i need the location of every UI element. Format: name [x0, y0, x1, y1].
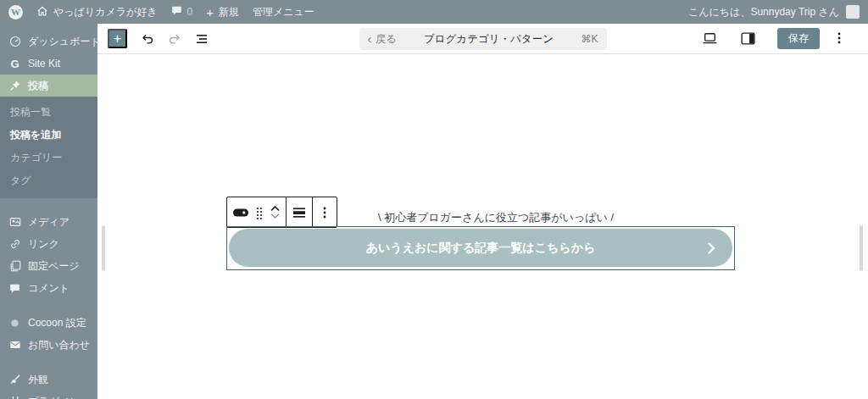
- selected-button-block[interactable]: あいうえおに関する記事一覧はこちらから: [226, 226, 735, 270]
- admin-menu-item[interactable]: 管理メニュー: [253, 5, 314, 19]
- sidebar-label: お問い合わせ: [28, 338, 90, 352]
- sidebar-label: 投稿: [28, 79, 48, 93]
- plus-icon: +: [206, 6, 214, 19]
- sidebar-label: リンク: [28, 237, 59, 252]
- sidebar-item-pages[interactable]: 固定ページ: [0, 255, 97, 277]
- sitekit-icon: G: [8, 58, 21, 70]
- chevron-left-icon: ‹: [368, 33, 372, 45]
- media-icon: [8, 216, 21, 229]
- sidebar-label: メディア: [28, 215, 70, 230]
- category-link-button-label: あいうえおに関する記事一覧はこちらから: [366, 241, 596, 256]
- sidebar-label: Site Kit: [28, 58, 60, 69]
- sidebar-label: 外観: [28, 373, 48, 387]
- header-right-tools: 保存: [701, 28, 858, 48]
- sidebar-item-cocoon-settings[interactable]: Cocoon 設定: [0, 312, 97, 334]
- drag-handle-icon[interactable]: [255, 205, 264, 220]
- sidebar-item-appearance[interactable]: 外観: [0, 369, 97, 391]
- sidebar-item-sitekit[interactable]: G Site Kit: [0, 53, 97, 75]
- list-view-icon[interactable]: [193, 30, 210, 47]
- submenu-item-add-post[interactable]: 投稿を追加: [0, 124, 97, 147]
- preview-device-icon[interactable]: [701, 30, 718, 47]
- home-icon: [36, 5, 48, 19]
- undo-icon[interactable]: [139, 30, 156, 47]
- sidebar-item-contact[interactable]: お問い合わせ: [0, 334, 97, 356]
- sidebar-item-media[interactable]: メディア: [0, 211, 97, 233]
- site-name-menu[interactable]: やっぱりカメラが好き: [36, 5, 158, 19]
- block-toolbar: [226, 197, 337, 228]
- category-link-button[interactable]: あいうえおに関する記事一覧はこちらから: [229, 229, 732, 267]
- sidebar-label: 固定ページ: [28, 259, 80, 274]
- user-greeting[interactable]: こんにちは、Sunnyday Trip さん: [688, 5, 839, 19]
- sidebar-label: Cocoon 設定: [28, 316, 86, 330]
- sidebar-label: ダッシュボード: [28, 35, 101, 49]
- move-down-icon[interactable]: [270, 213, 281, 219]
- admin-menu-label: 管理メニュー: [253, 5, 314, 19]
- options-kebab-icon[interactable]: [831, 30, 848, 47]
- new-content-menu[interactable]: + 新規: [206, 5, 239, 19]
- editor-header: + ‹ 戻る ブログカテゴリ・パターン ⌘K 保存: [97, 24, 868, 54]
- dashboard-icon: [8, 36, 21, 48]
- block-toolbar-main-group: [227, 197, 286, 227]
- posts-submenu: 投稿一覧 投稿を追加 カテゴリー タグ: [0, 97, 97, 198]
- new-label: 新規: [219, 5, 239, 19]
- comment-icon: [8, 282, 21, 295]
- sidebar-item-links[interactable]: リンク: [0, 233, 97, 255]
- move-up-icon[interactable]: [270, 205, 281, 212]
- back-button[interactable]: ‹ 戻る: [368, 32, 397, 47]
- command-shortcut: ⌘K: [581, 33, 598, 45]
- comment-bubble-icon: [171, 5, 182, 19]
- back-label: 戻る: [376, 32, 396, 47]
- document-bar[interactable]: ‹ 戻る ブログカテゴリ・パターン ⌘K: [359, 28, 607, 50]
- comments-menu[interactable]: 0: [171, 5, 193, 19]
- comments-count: 0: [187, 6, 193, 18]
- admin-sidebar: ダッシュボード G Site Kit 投稿 投稿一覧 投稿を追加 カテゴリー タ…: [0, 24, 97, 399]
- circle-icon: [8, 317, 21, 330]
- pin-icon: [8, 80, 21, 92]
- mail-icon: [8, 339, 21, 352]
- brush-icon: [8, 374, 21, 386]
- sidebar-label: コメント: [28, 281, 70, 296]
- sidebar-item-posts[interactable]: 投稿: [0, 75, 97, 97]
- link-icon: [8, 238, 21, 251]
- sidebar-label: プラグイン: [28, 395, 80, 399]
- pages-icon: [8, 260, 21, 273]
- submenu-item-tags[interactable]: タグ: [0, 169, 97, 192]
- sidebar-item-comments[interactable]: コメント: [0, 277, 97, 299]
- left-edge-guide: [102, 225, 105, 271]
- admin-bar: W やっぱりカメラが好き 0 + 新規 管理メニュー こんにちは、Sunnyda…: [0, 0, 868, 24]
- block-inserter-button[interactable]: +: [108, 29, 127, 48]
- right-edge-guide: [860, 225, 863, 271]
- sidebar-item-plugins[interactable]: プラグイン: [0, 391, 97, 399]
- button-block-icon[interactable]: [232, 205, 249, 220]
- document-title: ブログカテゴリ・パターン: [424, 32, 554, 47]
- editor-canvas[interactable]: \ 初心者ブロガーさんに役立つ記事がいっぱい / あいうえおに関する記事一覧はこ…: [97, 54, 868, 399]
- avatar[interactable]: [846, 5, 860, 19]
- plugin-icon: [8, 396, 21, 399]
- chevron-right-icon: [708, 242, 715, 254]
- justify-stretch-icon[interactable]: [292, 205, 307, 220]
- wp-logo-menu[interactable]: W: [8, 5, 23, 19]
- block-toolbar-align-group: [286, 197, 312, 227]
- submenu-item-categories[interactable]: カテゴリー: [0, 147, 97, 169]
- submenu-item-post-list[interactable]: 投稿一覧: [0, 101, 97, 124]
- site-name-label: やっぱりカメラが好き: [53, 5, 158, 19]
- save-button[interactable]: 保存: [777, 28, 820, 48]
- settings-panel-toggle-icon[interactable]: [739, 30, 756, 47]
- list-caption-text[interactable]: \ 初心者ブロガーさんに役立つ記事がいっぱい /: [326, 210, 665, 225]
- block-movers: [270, 205, 281, 219]
- wordpress-logo-icon: W: [8, 5, 23, 19]
- sidebar-item-dashboard[interactable]: ダッシュボード: [0, 30, 97, 53]
- admin-bar-right: こんにちは、Sunnyday Trip さん: [688, 5, 860, 19]
- redo-icon[interactable]: [166, 30, 183, 47]
- wordpress-block-editor: W やっぱりカメラが好き 0 + 新規 管理メニュー こんにちは、Sunnyda…: [0, 0, 868, 399]
